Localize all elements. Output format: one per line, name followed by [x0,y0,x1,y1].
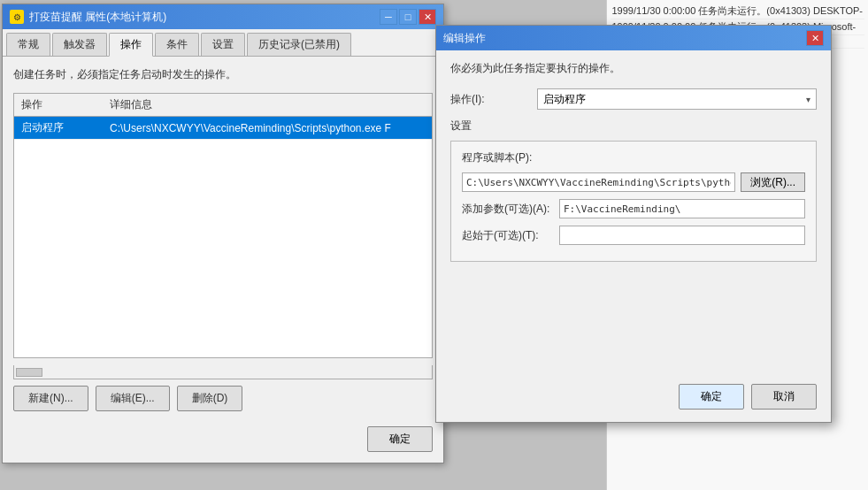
dialog-description: 你必须为此任务指定要执行的操作。 [450,61,817,76]
actions-table: 操作 详细信息 启动程序 C:\Users\NXCWYY\VaccineRemi… [14,94,432,140]
bottom-action-buttons: 新建(N)... 编辑(E)... 删除(D) [3,379,443,418]
table-row[interactable]: 启动程序 C:\Users\NXCWYY\VaccineReminding\Sc… [14,117,432,140]
main-window-content: 创建任务时，必须指定任务启动时发生的操作。 操作 详细信息 启动程序 C:\Us… [3,57,443,390]
app-icon: ⚙ [10,10,24,24]
main-confirm-row: 确定 [367,426,433,452]
start-input[interactable] [559,226,805,245]
minimize-button[interactable]: ─ [380,9,397,25]
args-input[interactable] [559,199,805,218]
content-description: 创建任务时，必须指定任务启动时发生的操作。 [13,67,433,82]
maximize-button[interactable]: □ [399,9,417,25]
horizontal-scrollbar[interactable] [13,365,433,379]
scroll-thumb[interactable] [16,368,42,377]
tab-triggers[interactable]: 触发器 [52,33,107,56]
tab-strip: 常规 触发器 操作 条件 设置 历史记录(已禁用) [3,29,443,57]
action-row: 操作(I): 启动程序 ▾ [450,88,817,110]
program-input-row: 浏览(R)... [462,172,805,192]
dialog-cancel-button[interactable]: 取消 [751,384,817,410]
action-select[interactable]: 启动程序 ▾ [537,88,817,110]
action-select-value: 启动程序 [543,92,586,107]
program-field-row: 程序或脚本(P): [462,150,805,165]
main-window-titlebar: ⚙ 打疫苗提醒 属性(本地计算机) ─ □ ✕ [3,4,443,29]
settings-title: 设置 [450,119,817,134]
dialog-close-button[interactable]: ✕ [806,30,824,46]
dialog-ok-button[interactable]: 确定 [679,384,744,410]
settings-section: 设置 程序或脚本(P): 浏览(R)... 添加参数(可选)(A): 起始于 [450,119,817,262]
program-input[interactable] [462,172,735,192]
action-label: 操作(I): [450,92,530,107]
col-action: 操作 [14,94,103,117]
tab-settings[interactable]: 设置 [201,33,245,56]
args-label: 添加参数(可选)(A): [462,202,559,217]
row-detail: C:\Users\NXCWYY\VaccineReminding\Scripts… [103,117,432,140]
edit-button[interactable]: 编辑(E)... [96,386,170,411]
settings-form-group: 程序或脚本(P): 浏览(R)... 添加参数(可选)(A): 起始于(可选)(… [450,141,817,262]
dialog-titlebar: 编辑操作 ✕ [436,26,831,50]
main-window-title: 打疫苗提醒 属性(本地计算机) [29,10,166,25]
start-label: 起始于(可选)(T): [462,228,559,243]
main-ok-button[interactable]: 确定 [367,426,433,452]
actions-table-container[interactable]: 操作 详细信息 启动程序 C:\Users\NXCWYY\VaccineRemi… [13,93,433,358]
tab-actions[interactable]: 操作 [109,33,153,57]
titlebar-controls: ─ □ ✕ [380,9,436,25]
dialog-content: 你必须为此任务指定要执行的操作。 操作(I): 启动程序 ▾ 设置 程序或脚本(… [436,50,831,281]
edit-action-dialog: 编辑操作 ✕ 你必须为此任务指定要执行的操作。 操作(I): 启动程序 ▾ 设置… [435,25,832,423]
start-field-row: 起始于(可选)(T): [462,226,805,245]
delete-button[interactable]: 删除(D) [177,386,243,411]
dialog-title: 编辑操作 [443,31,486,46]
titlebar-title-group: ⚙ 打疫苗提醒 属性(本地计算机) [10,10,166,25]
chevron-down-icon: ▾ [806,95,810,104]
log-entry: 1999/11/30 0:00:00 任务尚未运行。(0x41303) DESK… [611,4,865,19]
tab-general[interactable]: 常规 [6,33,50,56]
browse-button[interactable]: 浏览(R)... [741,172,805,192]
args-field-row: 添加参数(可选)(A): [462,199,805,218]
program-label: 程序或脚本(P): [462,150,559,165]
row-action: 启动程序 [14,117,103,140]
tab-history[interactable]: 历史记录(已禁用) [247,33,351,56]
tab-conditions[interactable]: 条件 [155,33,199,56]
col-detail: 详细信息 [103,94,432,117]
main-window: ⚙ 打疫苗提醒 属性(本地计算机) ─ □ ✕ 常规 触发器 操作 条件 设置 … [2,4,444,463]
close-button[interactable]: ✕ [419,9,436,25]
new-button[interactable]: 新建(N)... [13,386,88,411]
dialog-footer: 确定 取消 [679,384,817,410]
